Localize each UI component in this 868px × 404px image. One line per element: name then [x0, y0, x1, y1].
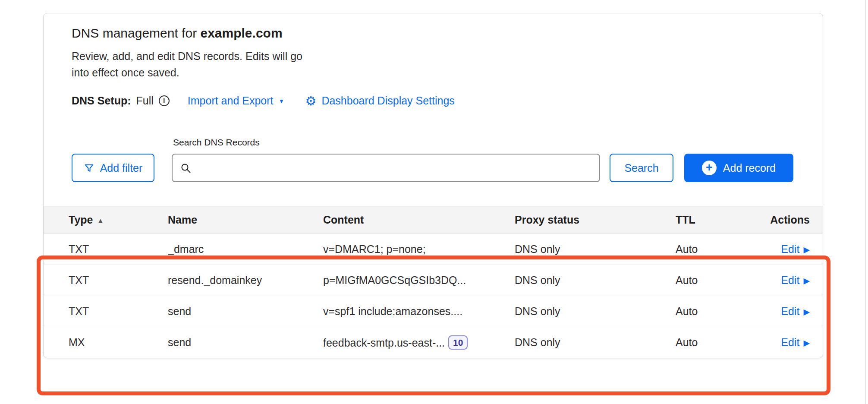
table-row: TXT resend._domainkey p=MIGfMA0GCSqGSIb3…: [44, 265, 823, 296]
search-group: Search DNS Records: [172, 137, 600, 182]
cell-type: MX: [69, 336, 168, 349]
cell-content: v=DMARC1; p=none;: [323, 243, 515, 256]
cell-content: p=MIGfMA0GCSqGSIb3DQ...: [323, 274, 515, 287]
chevron-down-icon: ▼: [279, 98, 285, 104]
column-header-actions: Actions: [742, 214, 810, 226]
column-header-proxy-status: Proxy status: [515, 214, 676, 226]
column-header-type[interactable]: Type▲: [69, 214, 168, 226]
dashboard-display-settings-label: Dashboard Display Settings: [321, 95, 455, 107]
add-filter-button[interactable]: Add filter: [72, 154, 154, 182]
cell-type: TXT: [69, 243, 168, 256]
dns-management-page: DNS management for example.com Review, a…: [0, 0, 868, 404]
cell-ttl: Auto: [676, 305, 742, 318]
column-header-content: Content: [323, 214, 515, 226]
dns-records-table: Type▲ Name Content Proxy status TTL Acti…: [44, 206, 823, 358]
edit-record-link[interactable]: Edit▶: [781, 336, 810, 349]
column-header-ttl: TTL: [676, 214, 742, 226]
table-header-row: Type▲ Name Content Proxy status TTL Acti…: [44, 206, 823, 234]
add-filter-label: Add filter: [100, 162, 143, 174]
table-row: MX send feedback-smtp.us-east-...10 DNS …: [44, 327, 823, 358]
chevron-right-icon: ▶: [803, 245, 810, 255]
cell-content: v=spf1 include:amazonses....: [323, 305, 515, 318]
records-toolbar: Add filter Search DNS Records Search + A…: [44, 107, 823, 182]
cell-proxy-status: DNS only: [515, 305, 676, 318]
cell-name: send: [168, 336, 323, 349]
gear-icon: ⚙: [305, 95, 316, 107]
cell-content: feedback-smtp.us-east-...10: [323, 335, 515, 350]
chevron-right-icon: ▶: [803, 307, 810, 317]
sort-ascending-icon: ▲: [97, 217, 104, 224]
cell-type: TXT: [69, 274, 168, 287]
cell-name: send: [168, 305, 323, 318]
dashboard-display-settings-link[interactable]: ⚙ Dashboard Display Settings: [305, 95, 455, 107]
import-export-label: Import and Export: [188, 95, 274, 107]
cell-ttl: Auto: [676, 336, 742, 349]
add-record-button[interactable]: + Add record: [684, 154, 793, 182]
card-header: DNS management for example.com Review, a…: [44, 13, 823, 107]
table-row: TXT _dmarc v=DMARC1; p=none; DNS only Au…: [44, 234, 823, 265]
cell-proxy-status: DNS only: [515, 274, 676, 287]
plus-icon: +: [702, 161, 717, 175]
edit-record-link[interactable]: Edit▶: [781, 243, 810, 256]
dns-management-card: DNS management for example.com Review, a…: [43, 13, 823, 358]
import-export-link[interactable]: Import and Export ▼: [188, 95, 285, 107]
search-button[interactable]: Search: [610, 154, 673, 182]
page-title-domain: example.com: [200, 26, 282, 40]
chevron-right-icon: ▶: [803, 338, 810, 348]
cell-name: _dmarc: [168, 243, 323, 256]
search-label: Search DNS Records: [172, 137, 600, 148]
table-row: TXT send v=spf1 include:amazonses.... DN…: [44, 296, 823, 327]
search-box: [172, 154, 600, 182]
search-button-label: Search: [624, 162, 658, 174]
cell-proxy-status: DNS only: [515, 336, 676, 349]
dns-setup-value: Full: [136, 95, 154, 107]
page-description: Review, add, and edit DNS records. Edits…: [72, 48, 320, 81]
dns-setup-row: DNS Setup: Full i Import and Export ▼ ⚙ …: [72, 95, 795, 107]
cell-proxy-status: DNS only: [515, 243, 676, 256]
add-record-label: Add record: [723, 162, 776, 174]
page-title: DNS management for example.com: [72, 25, 795, 42]
priority-badge: 10: [448, 335, 468, 350]
filter-icon: [84, 163, 94, 174]
search-icon: [180, 163, 192, 174]
dns-setup-label: DNS Setup:: [72, 95, 131, 107]
edit-record-link[interactable]: Edit▶: [781, 305, 810, 318]
column-header-name: Name: [168, 214, 323, 226]
edit-record-link[interactable]: Edit▶: [781, 274, 810, 287]
search-input[interactable]: [172, 154, 600, 182]
page-edge-divider: [865, 0, 866, 404]
cell-ttl: Auto: [676, 274, 742, 287]
chevron-right-icon: ▶: [803, 276, 810, 286]
cell-ttl: Auto: [676, 243, 742, 256]
cell-type: TXT: [69, 305, 168, 318]
info-icon[interactable]: i: [159, 95, 170, 106]
cell-name: resend._domainkey: [168, 274, 323, 287]
page-title-prefix: DNS management for: [72, 26, 200, 40]
